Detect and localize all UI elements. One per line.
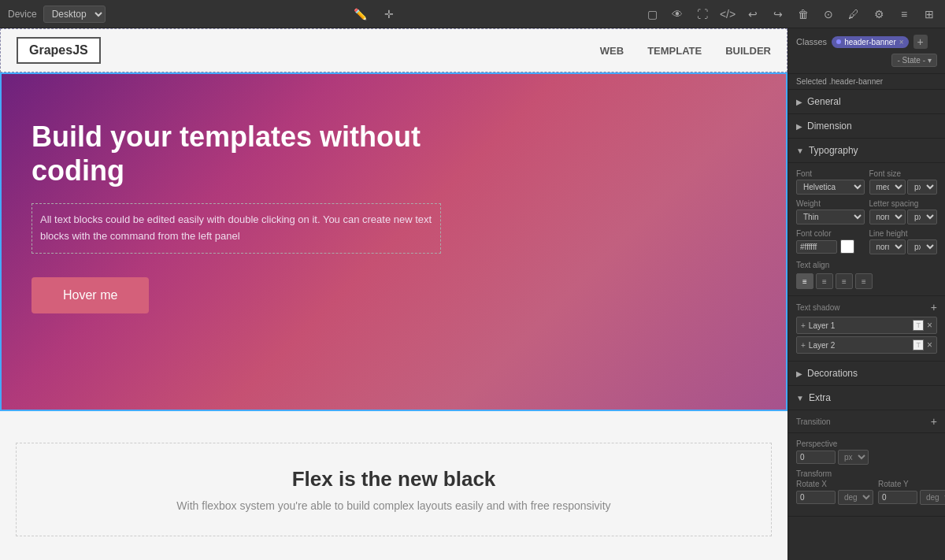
rotate-y-unit[interactable]: deg: [920, 490, 945, 505]
weight-col: Weight Thin: [796, 199, 865, 224]
dimension-title: Dimension: [807, 121, 852, 132]
grid-icon[interactable]: ⊞: [921, 6, 937, 22]
align-center[interactable]: ≡: [816, 273, 833, 289]
rotate-x-input[interactable]: [796, 491, 836, 504]
transition-add-button[interactable]: +: [931, 415, 937, 428]
trash-icon[interactable]: 🗑: [795, 6, 811, 22]
perspective-unit[interactable]: px: [838, 450, 869, 465]
class-tag[interactable]: header-banner ×: [832, 36, 908, 48]
shadow-name-1: Layer 1: [809, 321, 910, 330]
decorations-arrow: ▶: [796, 369, 802, 378]
color-preview[interactable]: [840, 239, 854, 254]
font-size-select[interactable]: medium: [869, 180, 906, 195]
shadow-header: Text shadow +: [796, 301, 937, 313]
main-layout: GrapesJS WEB TEMPLATE BUILDER Build your…: [0, 28, 945, 560]
font-col: Font Helvetica: [796, 169, 865, 195]
site-header: GrapesJS WEB TEMPLATE BUILDER: [0, 28, 788, 72]
class-tag-name: header-banner: [844, 38, 896, 46]
extra-arrow: ▼: [796, 394, 804, 402]
fullscreen-icon[interactable]: ⛶: [695, 6, 710, 22]
hover-button[interactable]: Hover me: [32, 277, 149, 313]
hero-description[interactable]: All text blocks could be edited easily w…: [40, 212, 432, 245]
below-hero: Flex is the new black With flexbox syste…: [0, 411, 788, 560]
text-align-buttons: ≡ ≡ ≡ ≡: [796, 273, 937, 289]
color-hex-input[interactable]: [796, 240, 837, 254]
toolbar-center: ✏️ ✛: [113, 6, 636, 22]
extra-content: Perspective px Transform Rotate X: [788, 433, 945, 517]
rotate-y-input[interactable]: [878, 491, 917, 504]
section-decorations[interactable]: ▶ Decorations: [788, 362, 945, 386]
nav-web[interactable]: WEB: [600, 45, 624, 57]
rotate-x-label: Rotate X: [796, 480, 873, 488]
shadow-toggle-2[interactable]: +: [801, 341, 806, 350]
code-icon[interactable]: </>: [720, 6, 736, 22]
line-height-select[interactable]: normal: [869, 239, 906, 254]
github-icon[interactable]: ⊙: [821, 6, 836, 22]
align-left[interactable]: ≡: [796, 273, 813, 289]
device-select[interactable]: Desktop Tablet Mobile: [43, 6, 106, 23]
typography-content: Font Helvetica Font size medium px: [788, 163, 945, 296]
font-select[interactable]: Helvetica: [796, 180, 865, 195]
nav-builder[interactable]: BUILDER: [725, 45, 771, 57]
transition-label: Transition: [796, 417, 831, 426]
font-label: Font: [796, 169, 865, 178]
shadow-name-2: Layer 2: [809, 341, 910, 350]
align-justify[interactable]: ≡: [855, 273, 873, 289]
move-icon[interactable]: ✛: [381, 6, 397, 22]
settings-icon[interactable]: ⚙: [871, 6, 887, 22]
section-typography[interactable]: ▼ Typography: [788, 139, 945, 163]
dimension-arrow: ▶: [796, 122, 802, 131]
color-col: Font color: [796, 229, 865, 254]
color-row-inner: [796, 239, 865, 254]
state-arrow: ▾: [928, 56, 932, 65]
hero-section: Build your templates without coding All …: [0, 72, 788, 411]
letter-spacing-unit[interactable]: px: [907, 210, 937, 224]
shadow-toggle-1[interactable]: +: [801, 321, 806, 330]
align-right[interactable]: ≡: [836, 273, 853, 289]
line-height-unit[interactable]: px: [907, 239, 937, 254]
hero-text-box: All text blocks could be edited easily w…: [32, 203, 441, 254]
canvas-area: GrapesJS WEB TEMPLATE BUILDER Build your…: [0, 28, 788, 560]
letter-spacing-col: Letter spacing normal px: [869, 199, 938, 224]
box-icon[interactable]: ▢: [644, 6, 660, 22]
right-panel: Classes header-banner × + - State - ▾ Se…: [788, 28, 945, 560]
device-label: Device: [8, 9, 37, 20]
edit-icon[interactable]: ✏️: [353, 6, 369, 22]
shadow-type-1[interactable]: T: [913, 320, 924, 331]
transform-label: Transform: [796, 469, 937, 478]
font-size-unit[interactable]: px: [907, 180, 937, 195]
letter-spacing-select[interactable]: normal: [869, 210, 906, 224]
weight-select[interactable]: Thin: [796, 210, 865, 224]
typography-arrow: ▼: [796, 146, 804, 155]
section-general[interactable]: ▶ General: [788, 90, 945, 114]
section-dimension[interactable]: ▶ Dimension: [788, 114, 945, 139]
shadow-del-2[interactable]: ×: [927, 339, 932, 350]
shadow-add-button[interactable]: +: [931, 301, 937, 313]
add-class-button[interactable]: +: [914, 35, 928, 49]
hero-content: Build your templates without coding All …: [0, 72, 788, 337]
general-title: General: [807, 96, 841, 107]
classes-bar: Classes header-banner × + - State - ▾: [788, 28, 945, 74]
decorations-title: Decorations: [807, 368, 858, 379]
flex-section: Flex is the new black With flexbox syste…: [16, 443, 772, 536]
hero-title[interactable]: Build your templates without coding: [32, 120, 488, 187]
logo: GrapesJS: [17, 37, 101, 64]
class-tag-remove[interactable]: ×: [899, 38, 904, 46]
perspective-input[interactable]: [796, 451, 836, 464]
shadow-del-1[interactable]: ×: [927, 320, 932, 331]
flex-title: Flex is the new black: [40, 467, 747, 491]
shadow-type-2[interactable]: T: [913, 339, 924, 350]
state-dropdown[interactable]: - State - ▾: [891, 54, 937, 67]
weight-label: Weight: [796, 199, 865, 208]
selected-class: .header-banner: [829, 77, 883, 86]
pen-icon[interactable]: 🖊: [846, 6, 862, 22]
class-tag-dot: [836, 39, 841, 44]
redo-icon[interactable]: ↪: [770, 6, 786, 22]
undo-icon[interactable]: ↩: [745, 6, 761, 22]
section-extra[interactable]: ▼ Extra: [788, 386, 945, 410]
eye-icon[interactable]: 👁: [669, 6, 685, 22]
general-arrow: ▶: [796, 98, 802, 106]
rotate-x-unit[interactable]: deg: [838, 490, 873, 505]
nav-template[interactable]: TEMPLATE: [647, 45, 702, 57]
menu-icon[interactable]: ≡: [896, 6, 912, 22]
